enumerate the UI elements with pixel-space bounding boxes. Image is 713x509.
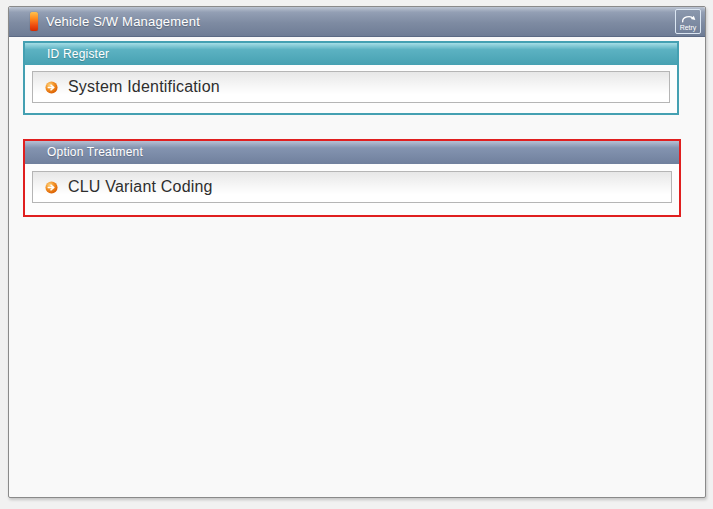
retry-curved-arrow-icon: [680, 13, 697, 23]
menu-item-label: CLU Variant Coding: [68, 178, 213, 196]
page-title: Vehicle S/W Management: [46, 14, 200, 29]
orange-flag-icon: [30, 12, 38, 31]
retry-button-label: Retry: [680, 24, 697, 31]
menu-item-label: System Identification: [68, 78, 220, 96]
app-window: Vehicle S/W Management Retry ID Register: [8, 6, 706, 498]
menu-item-clu-variant-coding[interactable]: CLU Variant Coding: [32, 171, 672, 203]
orange-arrow-bullet-icon: [45, 181, 58, 194]
screen: { "window": { "title": "Vehicle S/W Mana…: [0, 0, 713, 509]
section-header-option-treatment: Option Treatment: [25, 141, 679, 164]
retry-button[interactable]: Retry: [675, 9, 701, 34]
menu-item-system-identification[interactable]: System Identification: [32, 71, 670, 103]
orange-arrow-bullet-icon: [45, 81, 58, 94]
title-bar: Vehicle S/W Management Retry: [9, 7, 705, 37]
section-header-id-register: ID Register: [25, 43, 677, 65]
red-highlight-box: Option Treatment CL: [23, 139, 681, 217]
section-id-register: ID Register System Identification: [23, 41, 679, 115]
section-body-option-treatment: CLU Variant Coding: [25, 164, 679, 215]
section-body-id-register: System Identification: [25, 65, 677, 112]
section-option-treatment: Option Treatment CL: [25, 141, 679, 215]
